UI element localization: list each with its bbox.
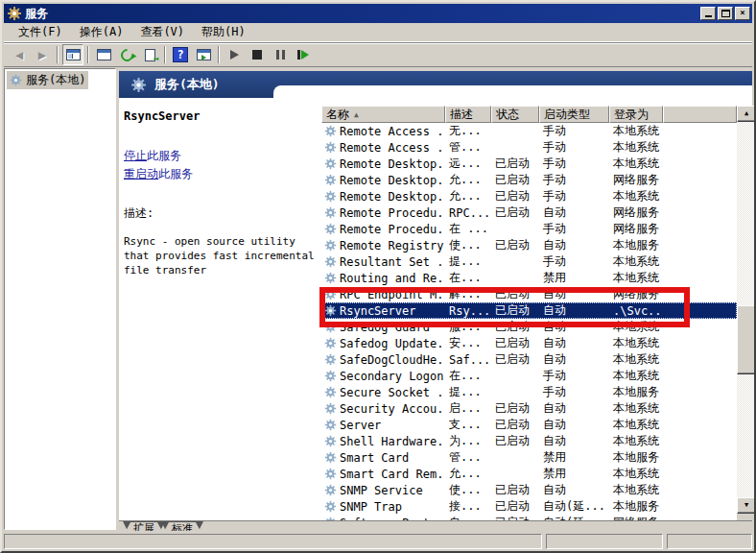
maximize-button[interactable] bbox=[718, 7, 733, 20]
row-startup: 自动 bbox=[539, 417, 609, 433]
row-logon: 本地系统 bbox=[609, 188, 663, 204]
stop-service-link[interactable]: 停止此服务 bbox=[124, 148, 316, 164]
row-logon: 本地系统 bbox=[609, 400, 663, 417]
column-header-description[interactable]: 描述 bbox=[445, 106, 491, 123]
close-button[interactable]: × bbox=[735, 7, 750, 20]
row-desc: 提... bbox=[445, 253, 491, 270]
refresh-icon[interactable] bbox=[116, 44, 137, 65]
services-rows: Remote Access ... 无... 手动 本地系统 Remote Ac… bbox=[321, 123, 737, 522]
row-desc: 服... bbox=[445, 319, 491, 335]
start-service-icon[interactable] bbox=[224, 44, 245, 65]
row-logon: 本地服务 bbox=[609, 237, 663, 253]
row-desc: Rsy... bbox=[445, 304, 491, 318]
service-row[interactable]: Smart Card Rem... 允... 禁用 本地系统 bbox=[321, 466, 737, 482]
properties-icon[interactable] bbox=[93, 44, 114, 65]
service-row[interactable]: Remote Access ... 无... 手动 本地系统 bbox=[321, 123, 737, 139]
restart-service-icon[interactable] bbox=[293, 44, 314, 65]
service-row[interactable]: RPC Endpoint M... 解... 已启动 自动 网络服务 bbox=[321, 286, 737, 302]
pause-service-icon[interactable] bbox=[270, 44, 291, 65]
console-tree-panel: 服务(本地) bbox=[4, 68, 116, 530]
service-row[interactable]: Remote Desktop... 允... 已启动 手动 网络服务 bbox=[321, 172, 737, 188]
service-row[interactable]: Server 支... 已启动 自动 本地系统 bbox=[321, 417, 737, 433]
service-row[interactable]: Safedog Guard 服... 已启动 自动 本地系统 bbox=[321, 319, 737, 335]
row-name: Shell Hardware... bbox=[340, 435, 445, 448]
row-status: 已启动 bbox=[491, 286, 539, 302]
service-row[interactable]: Remote Procedu... 在 ... 手动 网络服务 bbox=[321, 221, 737, 237]
gear-icon bbox=[324, 353, 337, 366]
tree-item-services-local[interactable]: 服务(本地) bbox=[7, 71, 88, 89]
row-desc: 启... bbox=[445, 400, 491, 417]
service-row[interactable]: Remote Desktop... 允... 已启动 手动 本地系统 bbox=[321, 188, 737, 204]
column-header-name[interactable]: 名称▲ bbox=[321, 106, 445, 123]
forward-icon[interactable]: ▶ bbox=[32, 44, 53, 65]
row-name: SafeDogCloudHe... bbox=[340, 353, 445, 367]
service-row[interactable]: Secure Socket ... 提... 手动 本地服务 bbox=[321, 384, 737, 400]
service-row[interactable]: Shell Hardware... 为... 已启动 自动 本地系统 bbox=[321, 433, 737, 449]
vertical-scrollbar[interactable]: ▲ ▼ bbox=[737, 106, 756, 514]
service-row[interactable]: Remote Procedu... RPC... 已启动 自动 网络服务 bbox=[321, 204, 737, 221]
row-name: Resultant Set ... bbox=[340, 255, 445, 269]
export-list-icon[interactable] bbox=[139, 44, 160, 65]
row-desc: 允... bbox=[445, 188, 491, 204]
menu-file[interactable]: 文件(F) bbox=[10, 22, 71, 42]
row-logon: 网络服务 bbox=[609, 286, 663, 302]
row-name: RPC Endpoint M... bbox=[340, 288, 445, 301]
list-card-corner bbox=[273, 85, 752, 99]
row-desc: 远... bbox=[445, 156, 491, 172]
service-row[interactable]: SNMP Service 使... 已启动 自动 本地系统 bbox=[321, 482, 737, 498]
help-icon[interactable]: ? bbox=[170, 44, 191, 65]
row-desc: Saf... bbox=[445, 353, 491, 367]
service-row[interactable]: Remote Registry 使... 已启动 自动 本地服务 bbox=[321, 237, 737, 253]
row-desc: 提... bbox=[445, 384, 491, 400]
service-row[interactable]: SNMP Trap 接... 已启动 自动(延... 本地服务 bbox=[321, 498, 737, 515]
row-desc: 使... bbox=[445, 482, 491, 498]
row-name: Remote Procedu... bbox=[340, 223, 445, 236]
restart-service-link[interactable]: 重启动此服务 bbox=[124, 166, 316, 182]
menu-action[interactable]: 操作(A) bbox=[71, 22, 132, 42]
row-status: 已启动 bbox=[491, 156, 539, 172]
scroll-up-icon[interactable]: ▲ bbox=[737, 106, 756, 122]
service-row[interactable]: RsyncServer Rsy... 已启动 自动 .\Svc... bbox=[321, 302, 737, 319]
service-row[interactable]: Remote Desktop... 远... 已启动 手动 本地系统 bbox=[321, 156, 737, 172]
service-row[interactable]: Resultant Set ... 提... 手动 本地系统 bbox=[321, 253, 737, 270]
scroll-down-icon[interactable]: ▼ bbox=[737, 497, 756, 514]
service-row[interactable]: Security Accou... 启... 已启动 自动 本地系统 bbox=[321, 400, 737, 417]
service-row[interactable]: Remote Access ... 管... 手动 本地系统 bbox=[321, 139, 737, 156]
status-section bbox=[546, 534, 663, 549]
extended-view-icon[interactable] bbox=[193, 44, 214, 65]
menu-help[interactable]: 帮助(H) bbox=[193, 22, 254, 42]
menu-view[interactable]: 查看(V) bbox=[131, 22, 193, 42]
description-label: 描述: bbox=[124, 205, 316, 222]
show-console-tree-icon[interactable] bbox=[62, 44, 83, 65]
row-status: 已启动 bbox=[491, 172, 539, 188]
row-name: Remote Desktop... bbox=[340, 190, 445, 204]
row-status: 已启动 bbox=[491, 400, 539, 417]
column-header-status[interactable]: 状态 bbox=[491, 106, 539, 123]
gear-icon bbox=[324, 190, 337, 203]
row-desc: 支... bbox=[445, 417, 491, 433]
row-startup: 手动 bbox=[539, 221, 609, 237]
service-row[interactable]: Smart Card 管... 禁用 本地服务 bbox=[321, 449, 737, 466]
row-name: Remote Procedu... bbox=[340, 206, 445, 220]
row-logon: 本地服务 bbox=[609, 384, 663, 400]
row-logon: 本地系统 bbox=[609, 319, 663, 335]
column-header-logon-as[interactable]: 登录为 bbox=[609, 106, 663, 123]
row-startup: 自动 bbox=[539, 400, 609, 417]
service-row[interactable]: Routing and Re... 在... 禁用 本地系统 bbox=[321, 270, 737, 286]
stop-service-icon[interactable] bbox=[247, 44, 268, 65]
row-startup: 手动 bbox=[539, 139, 609, 156]
tree-item-label: 服务(本地) bbox=[26, 72, 85, 88]
minimize-button[interactable] bbox=[700, 7, 716, 20]
service-row[interactable]: Secondary Logon 在... 手动 本地系统 bbox=[321, 368, 737, 384]
row-status: 已启动 bbox=[491, 204, 539, 221]
service-row[interactable]: Safedog Update... 安... 已启动 自动 本地系统 bbox=[321, 335, 737, 351]
back-icon[interactable]: ◀ bbox=[9, 44, 30, 65]
row-desc: 在... bbox=[445, 270, 491, 286]
sort-asc-icon: ▲ bbox=[354, 110, 359, 119]
row-startup: 禁用 bbox=[539, 270, 609, 286]
column-header-startup-type[interactable]: 启动类型 bbox=[539, 106, 609, 123]
gear-icon bbox=[130, 77, 147, 93]
gear-icon bbox=[324, 157, 337, 170]
scrollbar-thumb[interactable] bbox=[737, 305, 756, 374]
service-row[interactable]: SafeDogCloudHe... Saf... 已启动 自动 本地系统 bbox=[321, 351, 737, 368]
